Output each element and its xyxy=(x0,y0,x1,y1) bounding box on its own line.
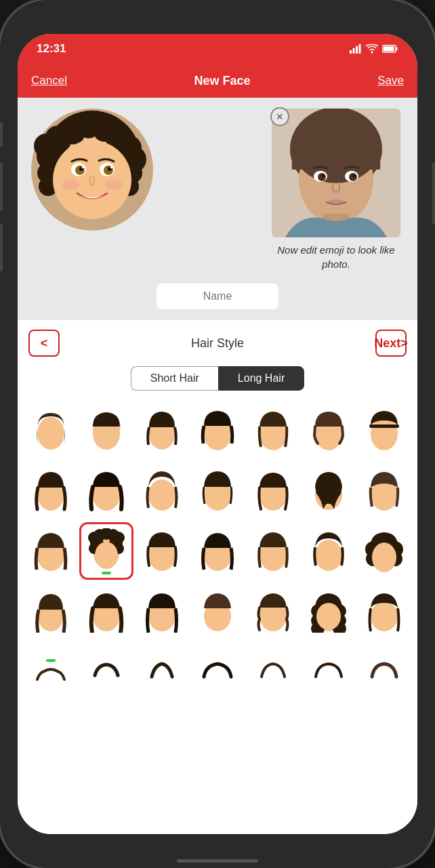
face-row: ✕ xyxy=(31,108,404,271)
hair-item[interactable] xyxy=(302,401,356,459)
hair-item[interactable] xyxy=(79,401,133,459)
hair-item[interactable] xyxy=(79,643,133,701)
svg-rect-1 xyxy=(353,48,355,54)
svg-rect-2 xyxy=(356,46,358,54)
hair-row-1 xyxy=(23,401,412,459)
hair-item[interactable] xyxy=(135,643,189,701)
hair-item[interactable] xyxy=(246,643,300,701)
hair-item[interactable] xyxy=(357,401,411,459)
svg-point-30 xyxy=(110,167,112,169)
close-photo-button[interactable]: ✕ xyxy=(270,107,289,126)
hair-item[interactable] xyxy=(246,462,300,519)
svg-point-55 xyxy=(148,479,175,511)
emoji-avatar[interactable] xyxy=(31,108,153,231)
hair-item[interactable] xyxy=(246,583,300,640)
svg-point-22 xyxy=(53,140,131,219)
volume-down-button xyxy=(0,224,3,271)
svg-rect-0 xyxy=(350,50,352,54)
hair-item[interactable] xyxy=(190,643,245,701)
mute-button xyxy=(0,122,3,146)
signal-icon xyxy=(350,44,362,54)
hair-item[interactable] xyxy=(79,583,133,640)
hair-item[interactable] xyxy=(190,401,245,459)
hair-item[interactable] xyxy=(79,462,133,519)
svg-rect-6 xyxy=(384,47,394,52)
svg-rect-3 xyxy=(359,44,361,54)
hair-item[interactable] xyxy=(190,462,245,519)
name-input-container xyxy=(31,283,404,309)
hair-item[interactable] xyxy=(357,522,411,580)
selection-indicator-bottom xyxy=(46,659,56,662)
hair-item[interactable] xyxy=(302,643,356,701)
home-indicator xyxy=(177,859,258,863)
photo-section: ✕ xyxy=(268,108,404,271)
emoji-face-svg xyxy=(31,108,153,231)
notch xyxy=(170,0,265,19)
hair-style-title: Hair Style xyxy=(191,336,244,351)
selection-indicator xyxy=(102,572,111,574)
hair-item[interactable] xyxy=(24,583,78,640)
svg-point-43 xyxy=(322,174,325,177)
battery-icon xyxy=(382,44,398,54)
hair-item[interactable] xyxy=(24,462,78,519)
hair-item[interactable] xyxy=(357,462,411,519)
hair-item[interactable] xyxy=(302,462,356,519)
wifi-icon xyxy=(366,44,378,54)
next-category-button[interactable]: Next> xyxy=(375,330,407,357)
volume-up-button xyxy=(0,163,3,210)
hair-item[interactable] xyxy=(135,401,189,459)
svg-point-29 xyxy=(82,167,84,169)
content-area: ✕ xyxy=(18,98,417,320)
cancel-button[interactable]: Cancel xyxy=(31,74,67,87)
prev-category-button[interactable]: < xyxy=(28,330,60,357)
page-title: New Face xyxy=(194,74,251,88)
status-bar: 12:31 xyxy=(18,34,417,64)
hair-item[interactable] xyxy=(24,643,78,701)
hair-row-5 xyxy=(23,643,412,701)
svg-rect-52 xyxy=(369,425,399,428)
hair-row-3 xyxy=(23,522,412,580)
caption-text: Now edit emoji to look like photo. xyxy=(268,243,404,271)
hair-item-selected[interactable] xyxy=(79,522,133,580)
hair-item[interactable] xyxy=(24,401,78,459)
hair-row-2 xyxy=(23,462,412,519)
svg-point-44 xyxy=(353,174,356,177)
hair-row-4 xyxy=(23,583,412,640)
hair-item[interactable] xyxy=(302,522,356,580)
hair-grid xyxy=(18,399,417,834)
hair-item[interactable] xyxy=(190,583,245,640)
svg-point-32 xyxy=(106,179,122,190)
hair-item[interactable] xyxy=(246,522,300,580)
status-time: 12:31 xyxy=(37,42,66,56)
phone-frame: 12:31 xyxy=(0,0,435,868)
save-button[interactable]: Save xyxy=(377,74,404,87)
phone-screen: 12:31 xyxy=(18,34,417,834)
svg-point-45 xyxy=(37,417,64,450)
hair-item[interactable] xyxy=(135,583,189,640)
hair-item[interactable] xyxy=(190,522,245,580)
photo-face-svg xyxy=(272,108,400,237)
svg-point-75 xyxy=(315,540,342,571)
svg-point-95 xyxy=(371,601,398,631)
svg-point-51 xyxy=(371,418,398,450)
hair-item[interactable] xyxy=(246,401,300,459)
svg-point-71 xyxy=(95,542,118,569)
hair-item[interactable] xyxy=(357,643,411,701)
power-button xyxy=(432,163,435,224)
svg-rect-5 xyxy=(396,47,398,51)
hair-item[interactable] xyxy=(302,583,356,640)
hair-item[interactable] xyxy=(357,583,411,640)
hair-item[interactable] xyxy=(135,462,189,519)
status-icons xyxy=(350,44,398,54)
svg-point-31 xyxy=(62,179,79,190)
hair-item[interactable] xyxy=(24,522,78,580)
svg-point-81 xyxy=(372,542,396,572)
photo-image xyxy=(272,108,400,237)
svg-point-41 xyxy=(318,173,326,181)
nav-bar: Cancel New Face Save xyxy=(18,64,417,98)
hair-item[interactable] xyxy=(135,522,189,580)
short-hair-tab[interactable]: Short Hair xyxy=(131,366,218,391)
long-hair-tab[interactable]: Long Hair xyxy=(218,366,304,391)
name-input[interactable] xyxy=(157,283,278,309)
hair-type-tabs: Short Hair Long Hair xyxy=(18,366,417,399)
